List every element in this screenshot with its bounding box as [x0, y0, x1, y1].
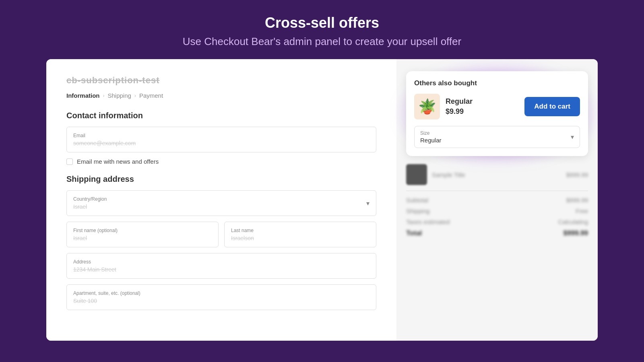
email-checkbox-row: Email me with news and offers [66, 158, 376, 165]
offer-title: Others also bought [414, 79, 580, 87]
last-name-label: Last name [231, 228, 369, 233]
shipping-section-title: Shipping address [66, 175, 376, 184]
apartment-label: Apartment, suite, etc. (optional) [73, 290, 369, 296]
page-header: Cross-sell offers Use Checkout Bear's ad… [0, 0, 644, 59]
store-name: cb-subscription-test [66, 75, 376, 86]
apartment-value: Suite 100 [73, 298, 369, 304]
country-select-arrow: ▾ [366, 200, 369, 207]
subtotal-value: $999.99 [566, 197, 588, 204]
size-label: Size [420, 130, 442, 136]
taxes-row: Taxes estimated Calculating [406, 218, 588, 225]
subtotal-label: Subtotal [406, 197, 428, 204]
grand-total-row: Total $999.99 [406, 229, 588, 237]
name-row: First name (optional) Israel Last name I… [66, 222, 376, 247]
address-label: Address [73, 259, 369, 265]
offer-product-row: 🪴 Regular $9.99 Add to cart [414, 94, 580, 119]
taxes-value: Calculating [558, 218, 588, 225]
shipping-row: Shipping Free [406, 208, 588, 214]
subtotal-row: Subtotal $999.99 [406, 197, 588, 204]
order-item-price: $999.99 [566, 171, 588, 178]
size-select-arrow: ▾ [571, 133, 574, 141]
country-label: Country/Region [73, 196, 107, 202]
address-value: 1234 Main Street [73, 266, 369, 273]
contact-section-title: Contact information [66, 111, 376, 120]
add-to-cart-button[interactable]: Add to cart [524, 97, 580, 116]
last-name-value: Israelson [231, 235, 369, 241]
product-info: Regular $9.99 [446, 97, 519, 116]
order-item-row: Sample Title $999.99 [406, 164, 588, 185]
apartment-field[interactable]: Apartment, suite, etc. (optional) Suite … [66, 284, 376, 310]
breadcrumb-payment[interactable]: Payment [139, 92, 163, 99]
last-name-field[interactable]: Last name Israelson [224, 222, 376, 247]
country-value: Israel [73, 204, 107, 210]
product-name: Regular [446, 97, 519, 106]
breadcrumb-shipping[interactable]: Shipping [108, 92, 131, 99]
email-label: Email [73, 133, 369, 138]
main-container: cb-subscription-test Information › Shipp… [46, 59, 598, 341]
first-name-field[interactable]: First name (optional) Israel [66, 222, 219, 247]
breadcrumb-sep-1: › [103, 93, 105, 99]
product-image: 🪴 [414, 94, 440, 119]
right-panel: Others also bought 🪴 Regular $9.99 Add t… [396, 59, 598, 341]
order-totals: Subtotal $999.99 Shipping Free Taxes est… [406, 191, 588, 237]
order-summary: Sample Title $999.99 Subtotal $999.99 Sh… [406, 164, 588, 237]
email-value: someone@example.com [73, 140, 369, 146]
breadcrumb-information[interactable]: Information [66, 92, 100, 99]
order-item-name: Sample Title [432, 171, 561, 178]
shipping-value: Free [576, 208, 588, 214]
left-panel: cb-subscription-test Information › Shipp… [46, 59, 396, 341]
offer-card-wrapper: Others also bought 🪴 Regular $9.99 Add t… [406, 71, 588, 156]
breadcrumb-sep-2: › [134, 93, 136, 99]
taxes-label: Taxes estimated [406, 218, 450, 225]
size-value: Regular [420, 137, 442, 144]
product-price: $9.99 [446, 107, 519, 116]
page-title: Cross-sell offers [0, 14, 644, 31]
email-checkbox[interactable] [66, 158, 73, 165]
page-subtitle: Use Checkout Bear's admin panel to creat… [0, 35, 644, 48]
address-field[interactable]: Address 1234 Main Street [66, 253, 376, 279]
breadcrumb: Information › Shipping › Payment [66, 92, 376, 99]
grand-total-value: $999.99 [564, 229, 588, 237]
email-field[interactable]: Email someone@example.com [66, 127, 376, 152]
first-name-value: Israel [73, 235, 212, 241]
shipping-label: Shipping [406, 208, 429, 214]
first-name-label: First name (optional) [73, 228, 212, 233]
offer-card: Others also bought 🪴 Regular $9.99 Add t… [406, 71, 588, 156]
grand-total-label: Total [406, 229, 422, 237]
email-checkbox-label: Email me with news and offers [77, 158, 159, 165]
country-field[interactable]: Country/Region Israel ▾ [66, 190, 376, 216]
order-item-image [406, 164, 427, 185]
size-select[interactable]: Size Regular ▾ [414, 126, 580, 148]
